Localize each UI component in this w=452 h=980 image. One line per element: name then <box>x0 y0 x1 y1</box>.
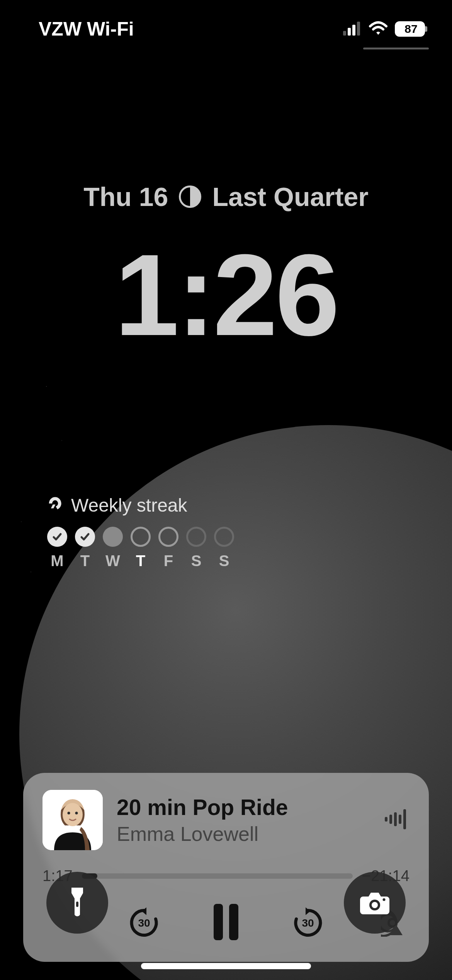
streak-day-circle <box>131 527 151 547</box>
streak-day-circle <box>75 527 95 547</box>
moon-phase-label: Last Quarter <box>212 182 368 212</box>
battery-level: 87 <box>395 21 425 37</box>
streak-day-label: T <box>136 552 145 570</box>
svg-rect-12 <box>399 815 401 824</box>
streak-day-circle <box>186 527 206 547</box>
cellular-icon <box>343 18 362 40</box>
status-underline <box>363 48 429 49</box>
date-row[interactable]: Thu 16 Last Quarter <box>0 182 452 212</box>
streak-day: M <box>46 527 68 570</box>
svg-rect-13 <box>403 809 406 829</box>
clock-time: 1:26 <box>0 228 452 362</box>
camera-button[interactable] <box>344 872 406 934</box>
streak-day: F <box>158 527 179 570</box>
wifi-icon <box>369 18 388 40</box>
flashlight-button[interactable] <box>46 872 108 934</box>
svg-rect-10 <box>389 815 392 824</box>
peloton-icon <box>46 495 63 516</box>
svg-rect-9 <box>385 817 387 822</box>
svg-point-8 <box>75 812 78 815</box>
streak-day-circle <box>47 527 67 547</box>
streak-day-circle <box>214 527 234 547</box>
status-bar: VZW Wi-Fi 87 <box>0 0 452 58</box>
svg-point-7 <box>68 812 70 815</box>
media-subtitle: Emma Lovewell <box>117 822 371 846</box>
svg-rect-2 <box>352 25 355 36</box>
streak-day: S <box>213 527 235 570</box>
streak-day-label: F <box>164 552 173 570</box>
battery-indicator: 87 <box>395 21 425 37</box>
svg-rect-11 <box>394 812 397 826</box>
media-artwork[interactable] <box>42 790 103 850</box>
streak-day: T <box>74 527 96 570</box>
moon-phase-icon <box>179 185 201 208</box>
weekly-streak-widget[interactable]: Weekly streak MTWTFSS <box>46 495 235 570</box>
svg-rect-1 <box>348 28 351 36</box>
date-label: Thu 16 <box>83 182 168 212</box>
svg-rect-18 <box>76 902 78 907</box>
streak-day: T <box>130 527 151 570</box>
media-header: 20 min Pop Ride Emma Lovewell <box>42 790 410 850</box>
svg-point-21 <box>383 898 386 901</box>
streak-day-circle <box>103 527 123 547</box>
streak-day-label: S <box>219 552 229 570</box>
streak-day-circle <box>158 527 178 547</box>
media-titles: 20 min Pop Ride Emma Lovewell <box>117 795 371 846</box>
home-indicator[interactable] <box>141 963 311 969</box>
streak-days: MTWTFSS <box>46 527 235 570</box>
svg-point-6 <box>63 803 83 826</box>
status-right: 87 <box>343 18 425 40</box>
media-title: 20 min Pop Ride <box>117 795 371 820</box>
carrier-label: VZW Wi-Fi <box>39 18 134 40</box>
streak-day: W <box>102 527 124 570</box>
streak-header: Weekly streak <box>46 495 235 516</box>
lock-screen-controls <box>0 872 452 934</box>
streak-day-label: T <box>80 552 90 570</box>
streak-day: S <box>185 527 207 570</box>
svg-point-20 <box>372 902 378 908</box>
streak-day-label: M <box>51 552 63 570</box>
audio-output-icon[interactable] <box>385 809 410 831</box>
streak-day-label: S <box>191 552 202 570</box>
svg-rect-0 <box>343 31 346 36</box>
svg-rect-3 <box>357 22 360 36</box>
streak-day-label: W <box>105 552 120 570</box>
streak-title: Weekly streak <box>71 495 187 516</box>
